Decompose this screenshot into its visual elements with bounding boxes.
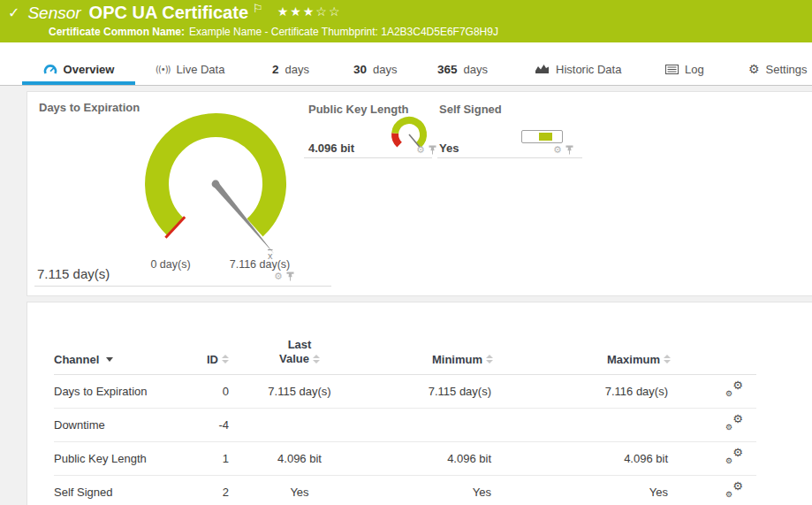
channel-id: 1	[186, 441, 229, 475]
tab-log[interactable]: Log	[665, 56, 704, 82]
gauges-panel: Days to Expiration x 0 day(s) 7.116 day(…	[27, 91, 812, 296]
gauge-divider	[34, 286, 331, 287]
gauge-title-days-to-expiration: Days to Expiration	[39, 101, 140, 114]
tab-bar: Overview ((•)) Live Data 2 days 30 days …	[0, 42, 812, 86]
channels-table: Channel ID Last Value Mi	[54, 334, 756, 505]
channel-name: Days to Expiration	[54, 374, 186, 408]
tab-label: days	[285, 63, 309, 76]
sort-icon	[486, 355, 493, 363]
table-row: Public Key Length 1 4.096 bit 4.096 bit …	[54, 441, 756, 475]
gear-icon: ⚙	[748, 62, 760, 76]
gauge-divider	[304, 157, 432, 158]
channel-maximum: 7.116 day(s)	[493, 374, 671, 408]
tab-label: Overview	[64, 63, 115, 76]
sort-icon	[664, 355, 671, 363]
channel-name: Public Key Length	[54, 441, 186, 475]
sensor-kind-label: Sensor	[27, 4, 80, 23]
log-list-icon	[665, 65, 679, 74]
sort-desc-icon	[106, 357, 113, 362]
channel-last-value	[229, 408, 370, 441]
status-ok-check-icon: ✓	[8, 4, 19, 21]
sort-icon	[313, 355, 320, 363]
tab-label: Live Data	[177, 63, 225, 76]
channel-id: 0	[186, 374, 229, 408]
tab-label: Settings	[766, 63, 808, 76]
sensor-title-line: ✓ Sensor OPC UA Certificate ⚐ ★★★☆☆	[0, 0, 812, 23]
page-title: OPC UA Certificate	[89, 3, 248, 23]
channel-id: -4	[186, 408, 229, 441]
content-area: Days to Expiration x 0 day(s) 7.116 day(…	[0, 86, 812, 505]
tab-number: 2	[272, 63, 279, 76]
gauge-min-label: 0 day(s)	[143, 258, 198, 271]
sort-icon	[222, 355, 229, 363]
gauge-icon	[43, 64, 57, 75]
gauge-toolbar: ⚙	[416, 145, 436, 155]
column-header-channel[interactable]: Channel	[54, 334, 186, 374]
self-signed-indicator	[521, 130, 563, 143]
gauge-value-public-key-length: 4.096 bit	[308, 142, 354, 155]
channel-maximum: Yes	[493, 475, 671, 505]
channel-settings-gears-icon[interactable]: ⚙⚙	[725, 383, 743, 397]
channel-minimum	[370, 408, 493, 441]
pin-icon[interactable]	[286, 272, 294, 281]
certificate-info-value: Example Name - Certificate Thumbprint: 1…	[189, 26, 498, 38]
gauge-toolbar: ⚙	[274, 272, 294, 281]
channel-settings-icon[interactable]: ⚙	[274, 272, 283, 281]
table-row: Days to Expiration 0 7.115 day(s) 7.115 …	[54, 374, 756, 408]
tab-365-days[interactable]: 365 days	[437, 56, 488, 82]
tab-30-days[interactable]: 30 days	[353, 56, 398, 82]
column-header-minimum[interactable]: Minimum	[370, 334, 493, 374]
channels-panel: Channel ID Last Value Mi	[27, 302, 812, 505]
tab-overview[interactable]: Overview	[22, 56, 135, 82]
channel-settings-icon[interactable]: ⚙	[416, 145, 425, 155]
channel-maximum: 4.096 bit	[493, 441, 671, 475]
tab-historic-data[interactable]: Historic Data	[535, 56, 621, 82]
self-signed-indicator-state	[539, 133, 552, 141]
channel-settings-gears-icon[interactable]: ⚙⚙	[725, 450, 743, 464]
gauge-toolbar: ⚙	[553, 145, 573, 155]
priority-flag-icon[interactable]: ⚐	[253, 2, 263, 15]
channel-settings-gears-icon[interactable]: ⚙⚙	[725, 417, 743, 431]
gauge-value-days-to-expiration: 7.115 day(s)	[37, 266, 110, 281]
column-header-actions	[671, 334, 756, 374]
gauge-divider	[437, 157, 582, 158]
channel-name: Self Signed	[54, 475, 186, 505]
tab-label: days	[464, 63, 488, 76]
channel-last-value: 7.115 day(s)	[229, 374, 370, 408]
tab-label: Historic Data	[556, 63, 621, 76]
gauge-max-label: 7.116 day(s)	[229, 258, 291, 271]
certificate-info-label: Certificate Common Name:	[49, 26, 185, 38]
column-header-id[interactable]: ID	[186, 334, 229, 374]
sensor-page: ✓ Sensor OPC UA Certificate ⚐ ★★★☆☆ Cert…	[0, 0, 812, 505]
gauge-value-self-signed: Yes	[439, 142, 459, 155]
pin-icon[interactable]	[429, 145, 436, 155]
column-header-maximum[interactable]: Maximum	[493, 334, 671, 374]
sensor-message-line: Certificate Common Name:Example Name - C…	[0, 26, 812, 38]
channel-settings-gears-icon[interactable]: ⚙⚙	[725, 484, 743, 498]
tab-number: 30	[353, 63, 367, 76]
channel-last-value: 4.096 bit	[229, 441, 370, 475]
sensor-header: ✓ Sensor OPC UA Certificate ⚐ ★★★☆☆ Cert…	[0, 0, 812, 42]
tab-number: 365	[437, 63, 458, 76]
channel-id: 2	[186, 475, 229, 505]
channel-name: Downtime	[54, 408, 186, 441]
channel-last-value: Yes	[229, 475, 370, 505]
table-row: Downtime -4 ⚙⚙	[54, 408, 756, 441]
column-header-last-value[interactable]: Last Value	[229, 334, 370, 374]
broadcast-icon: ((•))	[156, 65, 171, 74]
channel-settings-icon[interactable]: ⚙	[553, 145, 562, 155]
tab-label: days	[373, 63, 397, 76]
active-tab-underline	[22, 81, 135, 85]
tab-live-data[interactable]: ((•)) Live Data	[156, 56, 224, 82]
table-row: Self Signed 2 Yes Yes Yes ⚙⚙	[54, 475, 756, 505]
table-header-row: Channel ID Last Value Mi	[54, 334, 756, 374]
pin-icon[interactable]	[565, 145, 573, 155]
channel-maximum	[493, 408, 671, 441]
priority-star-rating[interactable]: ★★★☆☆	[277, 4, 342, 19]
tab-settings[interactable]: ⚙ Settings	[748, 56, 808, 82]
tab-label: Log	[685, 63, 704, 76]
tab-2-days[interactable]: 2 days	[272, 56, 309, 82]
channel-minimum: 7.115 day(s)	[370, 374, 493, 408]
channel-minimum: Yes	[370, 475, 493, 505]
channel-minimum: 4.096 bit	[370, 441, 493, 475]
